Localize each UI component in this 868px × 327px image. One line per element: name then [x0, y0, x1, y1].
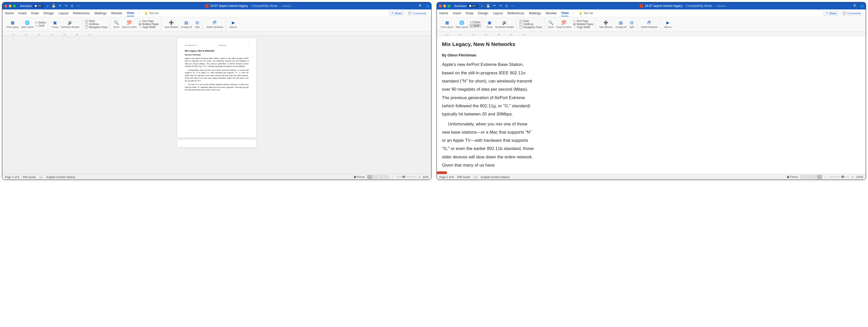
tab-review[interactable]: Review [111, 10, 122, 16]
switch-windows-button[interactable]: 🗗Switch Windows [640, 19, 659, 29]
print-layout-button[interactable]: ▦Print Layout [5, 19, 20, 29]
zoom-button[interactable]: 🔍Zoom [113, 19, 120, 29]
zoom-button[interactable]: 🔍Zoom [547, 19, 555, 29]
language-indicator[interactable]: English (United States) [481, 175, 510, 179]
tabs-overflow-icon[interactable]: ⟩ [139, 12, 140, 14]
macros-button[interactable]: ▶Macros [663, 19, 673, 29]
share-titlebar-icon[interactable]: 👥 [860, 4, 864, 8]
tab-design[interactable]: Design [478, 10, 488, 16]
ruler-checkbox[interactable]: ✓Ruler [519, 20, 542, 23]
one-page-button[interactable]: ▭ One Page [138, 20, 159, 23]
share-button[interactable]: ↗ Share [824, 11, 839, 16]
document-canvas[interactable]: Mix Legacy-d1.doc author/editor 1 Mix Le… [2, 36, 431, 174]
web-layout-button[interactable]: 🌐Web Layout [20, 19, 34, 29]
tab-layout[interactable]: Layout [493, 10, 503, 16]
zoom-in-button[interactable]: + [852, 175, 853, 179]
one-page-button[interactable]: ▭ One Page [573, 20, 594, 23]
tab-home[interactable]: Home [439, 10, 448, 16]
comments-button[interactable]: 💬 Comments [406, 11, 429, 16]
autosave-toggle[interactable]: AutoSave OFF [455, 4, 478, 7]
fullscreen-window-button[interactable] [447, 5, 450, 7]
tab-insert[interactable]: Insert [453, 10, 461, 16]
undo-icon[interactable]: ↶ [58, 4, 62, 8]
navpane-checkbox[interactable]: Navigation Pane [85, 26, 108, 29]
search-icon[interactable]: 🔍 [853, 4, 857, 8]
tell-me[interactable]: 💡 Tell me [144, 11, 159, 15]
share-button[interactable]: ↗ Share [389, 11, 404, 16]
tab-view[interactable]: View [127, 10, 134, 16]
tab-home[interactable]: Home [5, 10, 14, 16]
focus-button[interactable]: ▣Focus [485, 19, 494, 29]
focus-mode-button[interactable]: ▣ Focus [787, 175, 798, 179]
zoom-slider[interactable] [829, 176, 849, 177]
print-layout-button[interactable]: ▦Print Layout [440, 19, 454, 29]
draft-button[interactable]: ▭ Draft [35, 24, 46, 27]
print-icon[interactable]: ⎙ [70, 4, 74, 8]
word-count[interactable]: 938 words [457, 175, 470, 179]
tab-layout[interactable]: Layout [58, 10, 68, 16]
zoom-level[interactable]: 132% [856, 175, 863, 179]
tab-draw[interactable]: Draw [31, 10, 39, 16]
ruler[interactable]: 12 34 56 7 [2, 31, 431, 36]
page-indicator[interactable]: Page 1 of 8 [439, 175, 454, 179]
web-view-icon[interactable] [806, 175, 811, 179]
minimize-window-button[interactable] [9, 5, 11, 7]
focus-button[interactable]: ▣Focus [51, 19, 59, 29]
tabs-overflow-icon[interactable]: ⟩ [573, 12, 574, 14]
close-window-button[interactable] [4, 5, 7, 7]
draft-button[interactable]: ▭ Draft [469, 24, 481, 28]
arrange-all-button[interactable]: ▤Arrange All [614, 19, 627, 29]
macros-button[interactable]: ▶Macros [228, 19, 238, 29]
zoom-out-button[interactable]: − [825, 175, 826, 179]
page-width-button[interactable]: ↔ Page Width [573, 26, 594, 29]
multi-pages-button[interactable]: ▥ Multiple Pages [573, 23, 594, 26]
close-window-button[interactable] [439, 5, 442, 7]
language-indicator[interactable]: English (United States) [46, 175, 75, 179]
save-icon[interactable]: 💾 [486, 4, 490, 8]
page-indicator[interactable]: Page 1 of 8 [5, 175, 19, 179]
page[interactable]: Mix Legacy-d1.doc author/editor 1 Mix Le… [177, 38, 256, 138]
outline-button[interactable]: ≡ Outline [469, 21, 481, 24]
tab-references[interactable]: References [507, 10, 524, 16]
undo-icon[interactable]: ↶ [492, 4, 496, 8]
new-window-button[interactable]: ➕New Window [164, 19, 179, 29]
print-view-icon[interactable] [800, 175, 805, 179]
new-window-button[interactable]: ➕New Window [598, 19, 614, 29]
tab-view[interactable]: View [561, 10, 569, 16]
redo-icon[interactable]: ↷ [64, 4, 68, 8]
spellcheck-icon[interactable]: 📖 [474, 175, 477, 179]
home-icon[interactable]: ⌂ [480, 4, 484, 8]
zoom-100-button[interactable]: 💯Zoom to 100% [555, 19, 572, 29]
horizontal-scrollbar[interactable] [437, 171, 447, 174]
zoom-in-button[interactable]: + [419, 175, 421, 179]
print-icon[interactable]: ⎙ [505, 4, 509, 8]
search-icon[interactable]: 🔍 [418, 4, 423, 8]
gridlines-checkbox[interactable]: Gridlines [519, 23, 542, 26]
draft-view-icon[interactable] [817, 175, 822, 179]
save-icon[interactable]: 💾 [52, 4, 56, 8]
share-titlebar-icon[interactable]: 👥 [425, 4, 429, 8]
multi-pages-button[interactable]: ▥ Multiple Pages [138, 23, 159, 26]
zoom-level[interactable]: 63% [423, 175, 429, 179]
autosave-toggle[interactable]: AutoSave OFF [20, 4, 43, 7]
arrange-all-button[interactable]: ▤Arrange All [180, 19, 193, 29]
zoom-100-button[interactable]: 💯Zoom to 100% [121, 19, 138, 29]
zoom-out-button[interactable]: − [392, 175, 393, 179]
split-button[interactable]: ⊟Split [193, 19, 201, 29]
outline-button[interactable]: ≡ Outline [35, 21, 46, 24]
focus-mode-button[interactable]: ▣ Focus [354, 175, 365, 179]
immersive-reader-button[interactable]: 🔊Immersive Reader [494, 19, 515, 29]
comments-button[interactable]: 💬 Comments [840, 11, 863, 16]
navpane-checkbox[interactable]: Navigation Pane [519, 26, 542, 29]
tab-references[interactable]: References [73, 10, 90, 16]
page-width-button[interactable]: ↔ Page Width [138, 26, 159, 29]
print-view-icon[interactable] [367, 175, 372, 179]
tab-review[interactable]: Review [546, 10, 557, 16]
home-icon[interactable]: ⌂ [45, 4, 50, 8]
ruler-checkbox[interactable]: ✓Ruler [85, 20, 108, 23]
outline-view-icon[interactable] [378, 175, 383, 179]
split-button[interactable]: ⊟Split [628, 19, 636, 29]
web-view-icon[interactable] [373, 175, 378, 179]
word-count[interactable]: 938 words [23, 175, 36, 179]
tab-mailings[interactable]: Mailings [529, 10, 541, 16]
